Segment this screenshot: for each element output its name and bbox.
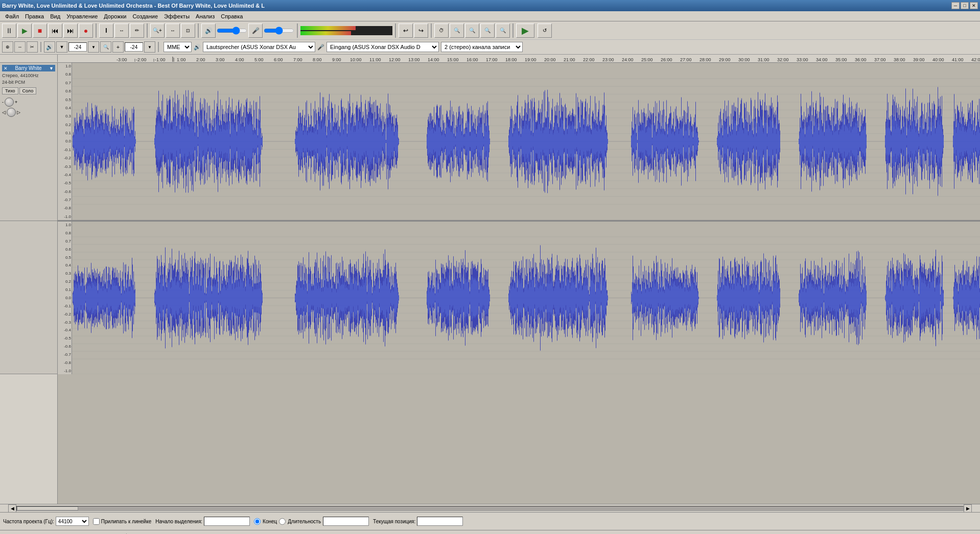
svg-text:7:00: 7:00 <box>293 57 302 62</box>
pan-knob[interactable] <box>7 108 16 117</box>
svg-text:3:00: 3:00 <box>216 57 225 62</box>
loop-button[interactable]: ↺ <box>538 23 552 38</box>
driver-select[interactable]: MME <box>164 42 192 52</box>
end-radio[interactable] <box>254 518 261 525</box>
menu-create[interactable]: Создание <box>129 12 161 20</box>
record-button[interactable]: ● <box>79 23 93 38</box>
channels-select[interactable]: 2 (стерео) канала записи <box>441 42 523 52</box>
y-label--0.5: -0.5 <box>58 181 71 185</box>
scroll-left-button[interactable]: ◀ <box>8 504 16 513</box>
track-info: Стерео, 44100Hz 24-bit PCM <box>2 72 55 85</box>
input-icon: 🎤 <box>317 44 324 51</box>
y-label-b-0.8: 0.8 <box>58 231 71 235</box>
position-input[interactable]: 00 ч 00 м 00 с <box>417 517 463 526</box>
menu-view[interactable]: Вид <box>47 12 63 20</box>
pause-button[interactable]: ⏸ <box>2 23 16 38</box>
menu-analyze[interactable]: Анализ <box>193 12 218 20</box>
scroll-right-button[interactable]: ▶ <box>964 504 972 513</box>
svg-text:28:00: 28:00 <box>699 57 711 62</box>
play-button-2[interactable]: ▶ <box>516 23 534 38</box>
svg-text:26:00: 26:00 <box>661 57 672 62</box>
selection-start-input[interactable]: 00 ч 00 м 00 с <box>204 517 250 526</box>
svg-text:40:00: 40:00 <box>932 57 944 62</box>
db-right-dropdown-button[interactable]: ▼ <box>144 41 155 53</box>
redo-button[interactable]: ↪ <box>414 23 428 38</box>
rewind-button[interactable]: ⏮ <box>48 23 62 38</box>
input-device-select[interactable]: Eingang (ASUS Xonar DSX Audio D <box>326 42 439 52</box>
svg-text:1:00: 1:00 <box>177 57 186 62</box>
tool9-button[interactable]: 🔍 <box>496 23 510 38</box>
length-radio[interactable] <box>279 518 286 525</box>
selection-end-input[interactable]: 00 ч 00 м 00 с <box>323 517 369 526</box>
zoom-out-button[interactable]: ↔ <box>166 23 180 38</box>
svg-text:8:00: 8:00 <box>313 57 322 62</box>
track-header-bottom <box>0 221 57 374</box>
playback-volume-slider[interactable] <box>217 26 247 35</box>
tool8-button[interactable]: 🔍 <box>480 23 495 38</box>
track-menu-icon[interactable]: ▼ <box>49 66 54 71</box>
stop-button[interactable]: ■ <box>33 23 47 38</box>
y-label-0.0: 0.0 <box>58 139 71 143</box>
scrollbar-thumb[interactable] <box>17 506 78 511</box>
volume-down-button[interactable]: ▼ <box>56 41 67 53</box>
tool7-button[interactable]: 🔍 <box>465 23 479 38</box>
zoom-tool-button[interactable]: ↔ <box>114 23 129 38</box>
horizontal-scrollbar[interactable]: ◀ ▶ <box>0 504 980 512</box>
mute-button[interactable]: Тихо <box>2 87 18 94</box>
svg-text:-2:00: -2:00 <box>136 57 147 62</box>
record-volume-slider[interactable] <box>264 26 294 35</box>
snap-checkbox[interactable] <box>93 518 100 525</box>
minimize-button[interactable]: ─ <box>951 2 960 9</box>
fast-forward-button[interactable]: ⏭ <box>63 23 78 38</box>
svg-text:2:00: 2:00 <box>196 57 205 62</box>
svg-text:11:00: 11:00 <box>369 57 381 62</box>
menu-effects[interactable]: Эффекты <box>161 12 193 20</box>
y-label-0.1: 0.1 <box>58 131 71 135</box>
tool6-button[interactable]: 🔍 <box>450 23 464 38</box>
menu-file[interactable]: Файл <box>2 12 22 20</box>
tool5-button[interactable]: ⏱ <box>434 23 449 38</box>
separator6 <box>431 23 432 38</box>
separator8 <box>40 42 41 52</box>
db-dropdown-button[interactable]: ▼ <box>88 41 99 53</box>
project-rate-select[interactable]: 44100 <box>56 517 89 526</box>
svg-text:37:00: 37:00 <box>874 57 886 62</box>
zoom-in-button[interactable]: 🔍+ <box>150 23 165 38</box>
pan-row: ◁ ▷ <box>2 108 55 117</box>
svg-text:17:00: 17:00 <box>486 57 498 62</box>
toolbar-row1: ⏸ ▶ ■ ⏮ ⏭ ● I ↔ ✏ 🔍+ ↔ ⊡ 🔊 🎤 ↩ <box>0 21 980 40</box>
status-bar: Частота проекта (Гц): 44100 Прилипать к … <box>0 512 980 530</box>
track-header-top: ✕ Barry White ▼ Стерео, 44100Hz 24-bit P… <box>0 63 57 221</box>
y-label-b--0.5: -0.5 <box>58 336 71 341</box>
menu-edit[interactable]: Правка <box>22 12 47 20</box>
track-collapse-icon[interactable]: ✕ <box>4 66 8 71</box>
solo-button[interactable]: Соло <box>19 87 37 94</box>
draw-tool-button[interactable]: ✏ <box>130 23 144 38</box>
level-meters <box>300 26 392 35</box>
crop-button[interactable]: ↔ <box>14 41 26 53</box>
waveform-canvas-bottom[interactable] <box>72 222 980 374</box>
select-all-button[interactable]: ⊕ <box>2 41 13 53</box>
waveform-area[interactable]: 1.0 0.8 0.7 0.6 0.5 0.4 0.3 0.2 0.1 0.0 … <box>58 63 980 504</box>
gain-knob[interactable] <box>5 98 14 107</box>
fit-button[interactable]: ⊡ <box>181 23 195 38</box>
output-device-select[interactable]: Lautsprecher (ASUS Xonar DSX Au <box>203 42 315 52</box>
menu-help[interactable]: Справка <box>218 12 246 20</box>
svg-text:31:00: 31:00 <box>758 57 769 62</box>
close-button[interactable]: ✕ <box>970 2 978 9</box>
trim-button[interactable]: ✂ <box>27 41 38 53</box>
play-button[interactable]: ▶ <box>17 23 32 38</box>
waveform-canvas-top[interactable] <box>72 63 980 220</box>
maximize-button[interactable]: □ <box>961 2 969 9</box>
selection-tool-button[interactable]: I <box>99 23 113 38</box>
undo-button[interactable]: ↩ <box>399 23 413 38</box>
window-title: Barry White, Love Unlimited & Love Unlim… <box>2 3 951 9</box>
menu-tracks[interactable]: Дорожки <box>101 12 129 20</box>
plus-button[interactable]: + <box>112 41 124 53</box>
y-label--0.4: -0.4 <box>58 173 71 177</box>
scrollbar-track[interactable] <box>16 506 964 511</box>
y-label-0.7: 0.7 <box>58 81 71 85</box>
svg-text:13:00: 13:00 <box>408 57 420 62</box>
menu-manage[interactable]: Управление <box>63 12 101 20</box>
search-small-button[interactable]: 🔍 <box>100 41 111 53</box>
